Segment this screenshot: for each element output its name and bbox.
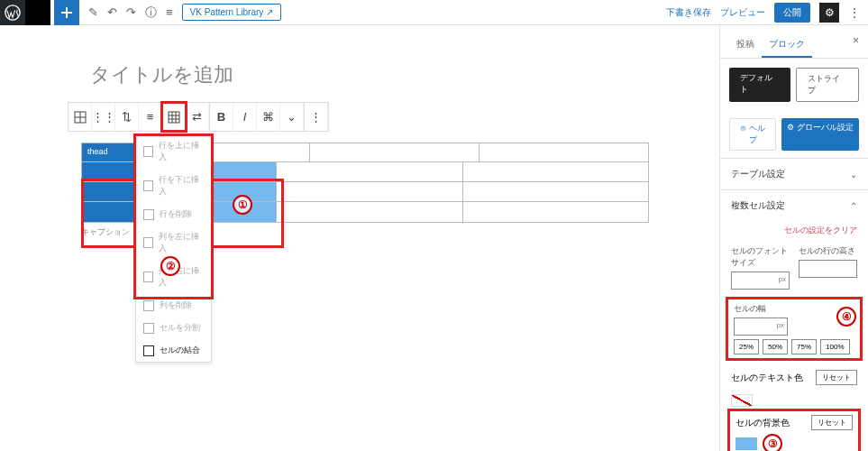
width-preset-75[interactable]: 75%	[791, 339, 817, 354]
row-height-input[interactable]	[799, 260, 857, 278]
table-edit-dropdown: 行を上に挿入 行を下に挿入 行を削除 列を左に挿入 列を右に挿入 列を削除 セル…	[135, 133, 212, 363]
table-header-cell[interactable]: thead	[82, 143, 141, 161]
table-cell[interactable]	[277, 202, 462, 222]
annotation-highlight-4: セルの幅 px ④ 25% 50% 75% 100%	[726, 297, 863, 361]
more-options-icon[interactable]: ⋮	[305, 103, 328, 131]
insert-row-below[interactable]: 行を下に挿入	[136, 169, 211, 203]
reset-bg-color-button[interactable]: リセット	[811, 415, 853, 430]
chevron-down-icon: ⌄	[850, 170, 857, 179]
bg-color-swatch[interactable]	[736, 437, 757, 450]
annotation-highlight-3: セルの背景色 リセット ③	[727, 409, 861, 451]
width-preset-50[interactable]: 50%	[763, 339, 788, 354]
block-type-icon[interactable]	[69, 103, 92, 131]
annotation-circle-3: ③	[763, 434, 782, 451]
table-cell[interactable]	[82, 162, 141, 181]
tab-post[interactable]: 投稿	[729, 32, 762, 58]
text-color-swatch[interactable]	[731, 394, 753, 407]
link-icon[interactable]: ⌘	[257, 103, 280, 131]
style-default-button[interactable]: デフォルト	[729, 68, 790, 102]
panel-multicell-settings[interactable]: 複数セル設定 ⌃	[720, 189, 868, 221]
italic-button[interactable]: I	[233, 103, 257, 131]
table-cell[interactable]	[463, 182, 649, 202]
wordpress-logo-icon[interactable]	[0, 0, 25, 25]
split-cell[interactable]: セルを分割	[136, 317, 211, 339]
drag-handle-icon[interactable]: ⋮⋮	[92, 103, 115, 131]
more-menu-icon[interactable]: ⋮	[848, 5, 861, 20]
unit-label: px	[779, 275, 786, 283]
annotation-circle-4: ④	[836, 307, 856, 327]
bold-button[interactable]: B	[210, 103, 233, 131]
undo-icon[interactable]: ↶	[107, 5, 117, 19]
help-button[interactable]: ⊙ ヘルプ	[729, 118, 776, 151]
post-title-input[interactable]: タイトルを追加	[90, 61, 233, 88]
table-cell[interactable]	[277, 182, 462, 202]
settings-gear-icon[interactable]: ⚙	[819, 3, 839, 23]
publish-button[interactable]: 公開	[774, 3, 810, 23]
insert-col-left[interactable]: 列を左に挿入	[136, 226, 211, 260]
info-icon[interactable]: ⓘ	[145, 5, 157, 21]
svg-rect-4	[169, 112, 179, 123]
table-icon	[143, 272, 153, 282]
table-cell[interactable]	[463, 162, 649, 182]
topbar-right: 下書き保存 プレビュー 公開 ⚙ ⋮	[666, 3, 868, 23]
close-sidebar-icon[interactable]: ×	[853, 34, 859, 47]
move-up-down-icon[interactable]: ⇅	[115, 103, 139, 131]
clear-cell-settings-link[interactable]: セルの設定をクリア	[720, 221, 868, 240]
annotation-circle-1: ①	[233, 195, 252, 215]
panel-table-settings[interactable]: テーブル設定 ⌄	[720, 158, 868, 189]
redo-icon[interactable]: ↷	[126, 5, 136, 19]
table-header-cell[interactable]	[310, 143, 480, 161]
sidebar-tabs: 投稿 ブロック ×	[720, 25, 868, 59]
delete-row[interactable]: 行を削除	[136, 203, 211, 226]
chevron-up-icon: ⌃	[850, 201, 857, 211]
editor-canvas: タイトルを追加 ⋮⋮ ⇅ ≡ ⇄ B I ⌘ ⌄ ⋮ thead	[0, 25, 719, 451]
style-stripe-button[interactable]: ストライプ	[796, 68, 859, 102]
top-bar: ✎ ↶ ↷ ⓘ ≡ VK Pattern Library ↗ 下書き保存 プレビ…	[0, 0, 868, 25]
annotation-circle-2: ②	[160, 256, 180, 276]
tab-block[interactable]: ブロック	[762, 32, 812, 58]
panel-title: テーブル設定	[731, 169, 785, 179]
delete-col[interactable]: 列を削除	[136, 294, 211, 317]
table-icon	[143, 300, 154, 311]
row-height-label: セルの行の高さ	[799, 245, 857, 257]
toolbar-icons: ✎ ↶ ↷ ⓘ ≡	[88, 5, 173, 21]
width-preset-25[interactable]: 25%	[734, 339, 759, 354]
list-icon[interactable]: ≡	[166, 5, 173, 19]
unit-label: px	[777, 321, 784, 329]
table-icon	[143, 345, 154, 356]
preview-button[interactable]: プレビュー	[720, 6, 765, 19]
block-toolbar: ⋮⋮ ⇅ ≡ ⇄ B I ⌘ ⌄ ⋮	[68, 102, 329, 132]
save-draft-button[interactable]: 下書き保存	[666, 6, 711, 19]
table-icon	[143, 237, 153, 248]
site-icon[interactable]	[25, 0, 50, 25]
panel-title: 複数セル設定	[731, 200, 785, 210]
width-preset-100[interactable]: 100%	[820, 339, 849, 354]
table-edit-icon[interactable]	[162, 103, 186, 131]
table-cell[interactable]	[463, 202, 649, 222]
table-cell[interactable]	[82, 182, 141, 201]
insert-row-above[interactable]: 行を上に挿入	[136, 134, 211, 169]
font-size-label: セルのフォントサイズ	[731, 245, 790, 269]
table-cell[interactable]	[82, 202, 141, 222]
align-icon[interactable]: ≡	[139, 103, 162, 131]
table-header-cell[interactable]	[480, 143, 648, 161]
vk-pattern-library-button[interactable]: VK Pattern Library ↗	[182, 4, 281, 21]
merge-cells[interactable]: セルの結合	[136, 339, 211, 362]
settings-sidebar: 投稿 ブロック × デフォルト ストライプ ⊙ ヘルプ ⚙ グローバル設定 テー…	[719, 25, 868, 451]
chevron-down-icon[interactable]: ⌄	[280, 103, 304, 131]
edit-icon[interactable]: ✎	[88, 5, 98, 19]
reset-text-color-button[interactable]: リセット	[816, 370, 857, 385]
bg-color-label: セルの背景色	[736, 417, 790, 429]
add-block-button[interactable]	[54, 0, 79, 25]
table-icon	[143, 209, 154, 220]
table-cell[interactable]	[277, 162, 462, 182]
table-icon	[143, 323, 154, 334]
text-color-label: セルのテキスト色	[731, 372, 803, 384]
table-icon	[143, 146, 153, 157]
swap-icon[interactable]: ⇄	[186, 103, 209, 131]
table-icon	[143, 180, 153, 191]
global-settings-button[interactable]: ⚙ グローバル設定	[781, 118, 859, 151]
